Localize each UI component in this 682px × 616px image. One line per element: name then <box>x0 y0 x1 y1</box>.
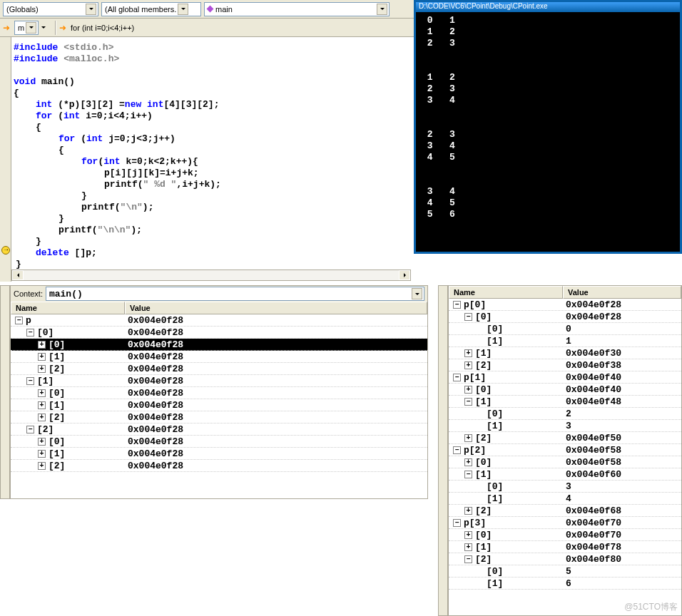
collapse-icon[interactable]: − <box>464 398 472 406</box>
expand-icon[interactable]: + <box>464 543 472 551</box>
tree-row[interactable]: [0]0 <box>449 323 681 335</box>
expand-icon[interactable]: + <box>38 353 46 361</box>
collapse-icon[interactable]: − <box>453 374 461 381</box>
tree-row[interactable]: −[0]0x004e0f28 <box>11 327 427 339</box>
tree-row[interactable]: +[1]0x004e0f28 <box>11 448 427 460</box>
var-name: [0] <box>49 388 65 399</box>
expand-icon[interactable]: + <box>38 414 46 421</box>
tree-row[interactable]: −[0]0x004e0f28 <box>449 311 681 323</box>
breakpoint-icon[interactable] <box>1 246 10 255</box>
header-value[interactable]: Value <box>563 286 681 299</box>
tree-row[interactable]: [1]3 <box>449 420 681 432</box>
left-pane-tab[interactable] <box>0 285 10 499</box>
collapse-icon[interactable]: − <box>464 555 472 563</box>
tree-row[interactable]: [0]2 <box>449 408 681 420</box>
scroll-left-icon[interactable] <box>12 270 24 280</box>
collapse-icon[interactable]: − <box>453 519 461 527</box>
expand-icon[interactable]: + <box>38 462 46 470</box>
tree-row[interactable]: +[1]0x004e0f28 <box>11 399 427 411</box>
code-editor[interactable]: #include <stdio.h> #include <malloc.h> v… <box>11 39 411 282</box>
tree-row[interactable]: −[2]0x004e0f28 <box>11 423 427 436</box>
collapse-icon[interactable]: − <box>464 313 472 321</box>
tree-row[interactable]: −[1]0x004e0f28 <box>11 375 427 387</box>
tree-row[interactable]: +[2]0x004e0f68 <box>449 505 681 517</box>
tree-row[interactable]: +[0]0x004e0f28 <box>11 339 427 351</box>
tree-row[interactable]: +[0]0x004e0f40 <box>449 384 681 396</box>
tree-row[interactable]: [1]4 <box>449 493 681 505</box>
tree-row[interactable]: +[0]0x004e0f70 <box>449 529 681 541</box>
tree-row[interactable]: +[0]0x004e0f28 <box>11 436 427 448</box>
right-pane-tab[interactable] <box>438 285 448 616</box>
tree-row[interactable]: [1]1 <box>449 335 681 347</box>
var-name: [1] <box>475 542 492 553</box>
tree-row[interactable]: +[2]0x004e0f50 <box>449 432 681 444</box>
var-value: 0x004e0f28 <box>125 364 427 374</box>
expand-icon[interactable]: + <box>464 361 472 369</box>
tree-row[interactable]: [0]3 <box>449 481 681 493</box>
tree-row[interactable]: +[1]0x004e0f78 <box>449 541 681 553</box>
tree-row[interactable]: +[2]0x004e0f38 <box>449 359 681 371</box>
code-gutter[interactable] <box>0 37 11 282</box>
tree-row[interactable]: −p[1]0x004e0f40 <box>449 371 681 384</box>
var-value: 0x004e0f78 <box>563 542 681 553</box>
tree-row[interactable]: −[1]0x004e0f60 <box>449 468 681 481</box>
tree-row[interactable]: +[2]0x004e0f28 <box>11 363 427 375</box>
expand-icon[interactable]: + <box>464 531 472 539</box>
collapse-icon[interactable]: − <box>15 317 23 324</box>
tree-row[interactable]: −[2]0x004e0f80 <box>449 553 681 565</box>
var-value: 2 <box>563 409 681 419</box>
expand-icon[interactable]: + <box>464 507 472 515</box>
var-value: 0x004e0f28 <box>125 327 427 338</box>
variables-tree[interactable]: −p0x004e0f28−[0]0x004e0f28+[0]0x004e0f28… <box>11 314 427 498</box>
expand-icon[interactable]: + <box>38 365 46 373</box>
members-dropdown-text: (All global members. <box>105 5 176 14</box>
collapse-icon[interactable]: − <box>453 301 461 309</box>
tree-row[interactable]: +[2]0x004e0f28 <box>11 411 427 423</box>
var-name: [0] <box>487 409 503 419</box>
tree-row[interactable]: +[1]0x004e0f28 <box>11 351 427 363</box>
tree-row[interactable]: −p0x004e0f28 <box>11 314 427 327</box>
expand-icon[interactable]: + <box>464 434 472 442</box>
tree-row[interactable]: +[0]0x004e0f58 <box>449 456 681 468</box>
expand-icon[interactable]: + <box>38 450 46 458</box>
tree-row[interactable]: +[1]0x004e0f30 <box>449 347 681 359</box>
collapse-icon[interactable]: − <box>26 426 34 433</box>
expand-icon[interactable]: + <box>464 349 472 357</box>
expand-icon[interactable]: + <box>464 458 472 466</box>
tree-row[interactable]: −p[0]0x004e0f28 <box>449 299 681 311</box>
expand-icon[interactable]: + <box>38 389 46 397</box>
tree-row[interactable]: −p[3]0x004e0f70 <box>449 517 681 529</box>
tree-row[interactable]: −[1]0x004e0f48 <box>449 396 681 408</box>
collapse-icon[interactable]: − <box>464 471 472 478</box>
tree-row[interactable]: [0]5 <box>449 565 681 578</box>
expand-icon[interactable]: + <box>38 401 46 409</box>
expand-icon[interactable]: + <box>38 438 46 446</box>
tree-row[interactable]: +[2]0x004e0f28 <box>11 460 427 472</box>
tree-row[interactable]: +[0]0x004e0f28 <box>11 387 427 399</box>
collapse-icon[interactable]: − <box>26 377 34 385</box>
tree-row[interactable]: [1]6 <box>449 578 681 590</box>
expand-icon[interactable]: + <box>38 341 46 349</box>
scope-dropdown[interactable]: (Globals) <box>3 2 98 16</box>
console-output: 0 1 1 2 2 3 1 2 2 3 3 4 2 3 3 4 4 5 3 4 … <box>416 12 680 223</box>
var-name: [1] <box>487 578 503 589</box>
dropdown-expand-icon[interactable] <box>41 21 52 34</box>
horizontal-scrollbar[interactable] <box>11 270 411 281</box>
scroll-right-icon[interactable] <box>399 270 410 280</box>
collapse-icon[interactable]: − <box>26 329 34 337</box>
var-value: 0x004e0f60 <box>563 469 681 480</box>
header-name[interactable]: Name <box>11 302 125 314</box>
function-dropdown[interactable]: main <box>204 2 390 16</box>
header-value[interactable]: Value <box>125 302 427 314</box>
header-name[interactable]: Name <box>449 286 563 299</box>
context-dropdown[interactable]: main() <box>46 287 424 301</box>
step-dropdown[interactable]: m <box>14 21 39 35</box>
expand-icon[interactable]: + <box>464 386 472 394</box>
var-name: p <box>26 315 31 326</box>
watch-tree[interactable]: −p[0]0x004e0f28−[0]0x004e0f28[0]0[1]1+[1… <box>449 299 681 615</box>
members-dropdown[interactable]: (All global members. <box>101 2 201 16</box>
collapse-icon[interactable]: − <box>453 446 461 454</box>
var-name: [1] <box>49 351 65 362</box>
tree-row[interactable]: −p[2]0x004e0f58 <box>449 444 681 456</box>
var-value: 0x004e0f40 <box>563 384 681 395</box>
